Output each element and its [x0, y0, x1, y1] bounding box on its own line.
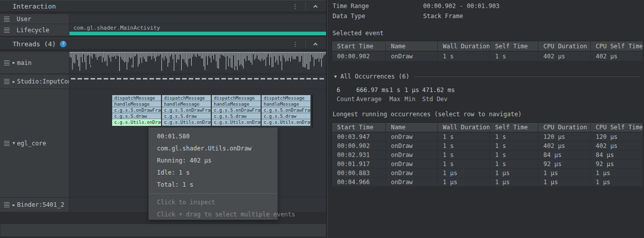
table-row[interactable]: 00:00.883onDraw1 µs1 µs1 µs1 µs	[332, 169, 643, 178]
collapse-chevron-icon[interactable]	[313, 5, 317, 9]
column-header[interactable]: Self Time	[490, 41, 538, 51]
drag-handle-icon[interactable]	[4, 79, 10, 84]
expand-arrow-icon[interactable]: ▶	[13, 203, 15, 207]
table-cell[interactable]: 00:00.902	[332, 141, 386, 150]
table-cell[interactable]: 84 µs	[538, 150, 591, 160]
kebab-menu-icon[interactable]: ⋮	[285, 40, 305, 48]
table-cell[interactable]: onDraw	[386, 160, 438, 169]
table-cell[interactable]: 1 µs	[438, 169, 490, 178]
table-cell[interactable]: 92 µs	[538, 160, 591, 169]
drag-handle-icon[interactable]	[4, 17, 10, 22]
flame-frame[interactable]: c.g.s.S.draw	[262, 113, 310, 119]
user-track-content[interactable]	[69, 14, 326, 24]
flame-frame[interactable]: c.g.s.S.onDrawFrame	[212, 107, 261, 113]
flame-frame-partial[interactable]	[311, 95, 313, 127]
flame-frame[interactable]: dispatchMessage	[262, 95, 310, 101]
table-cell[interactable]: onDraw	[386, 150, 438, 160]
collapse-chevron-icon[interactable]	[313, 42, 317, 46]
table-cell[interactable]: 1 s	[438, 150, 490, 160]
column-header[interactable]: Wall Duration	[438, 123, 490, 132]
table-row[interactable]: 00:01.917onDraw1 s1 s92 µs92 µs	[332, 160, 643, 169]
table-cell[interactable]: 1 s	[438, 51, 490, 61]
flame-frame[interactable]: handleMessage	[162, 101, 211, 107]
table-cell[interactable]: 1 s	[438, 132, 490, 141]
kebab-menu-icon[interactable]: ⋮	[285, 3, 305, 10]
table-cell[interactable]: 00:01.917	[332, 160, 386, 169]
table-cell[interactable]: 1 s	[490, 160, 538, 169]
collapse-arrow-icon[interactable]: ▼	[334, 74, 337, 79]
flame-frame[interactable]: handleMessage	[212, 101, 261, 107]
column-header[interactable]: CPU Self Time	[591, 41, 643, 51]
flame-frame[interactable]: c.g.s.S.onDrawFrame	[262, 107, 310, 113]
table-cell[interactable]: 1 µs	[538, 169, 591, 178]
help-icon[interactable]: ?	[60, 41, 66, 47]
flame-frame[interactable]: dispatchMessage	[212, 95, 261, 101]
expand-arrow-icon[interactable]: ▶	[13, 80, 15, 84]
flame-frame[interactable]: dispatchMessage	[162, 95, 211, 101]
column-header[interactable]: Name	[386, 123, 438, 132]
table-row[interactable]: 00:00.902onDraw1 s1 s402 µs402 µs	[332, 141, 643, 150]
table-cell[interactable]: 120 µs	[538, 132, 591, 141]
table-cell[interactable]: onDraw	[386, 132, 438, 141]
flame-frame-selected[interactable]: c.g.s.Utils.onDraw	[112, 119, 161, 126]
table-cell[interactable]: 1 s	[438, 141, 490, 150]
all-occurrences-header[interactable]: ▼ All Occurrences (6)	[334, 73, 640, 80]
table-row[interactable]: 00:03.947onDraw1 s1 s120 µs120 µs	[332, 132, 643, 141]
table-cell[interactable]: 1 s	[490, 51, 538, 61]
flame-frame[interactable]: c.g.s.S.onDrawFrame	[162, 107, 211, 113]
table-cell[interactable]: 00:00.902	[332, 51, 386, 61]
drag-handle-icon[interactable]	[4, 141, 10, 146]
collapse-arrow-icon[interactable]: ▼	[13, 141, 15, 145]
table-cell[interactable]: onDraw	[386, 141, 438, 150]
flame-frame[interactable]: c.g.s.S.onDrawFrame	[112, 107, 161, 113]
table-cell[interactable]: 1 µs	[438, 178, 490, 187]
table-cell[interactable]: onDraw	[386, 169, 438, 178]
column-header[interactable]: Start Time	[332, 41, 386, 51]
column-header[interactable]: CPU Self Time	[591, 123, 643, 132]
column-header[interactable]: CPU Duration	[538, 41, 591, 51]
table-cell[interactable]: 00:03.947	[332, 132, 386, 141]
table-cell[interactable]: 1 s	[490, 150, 538, 160]
flame-frame[interactable]: dispatchMessage	[112, 95, 161, 101]
column-header[interactable]: Name	[386, 41, 438, 51]
table-row[interactable]: 00:04.966onDraw1 µs1 µs1 µs1 µs	[332, 178, 643, 187]
table-cell[interactable]: 00:00.883	[332, 169, 386, 178]
table-cell[interactable]: onDraw	[386, 51, 438, 61]
table-cell[interactable]: 1 µs	[538, 178, 591, 187]
drag-handle-icon[interactable]	[4, 60, 10, 65]
expand-arrow-icon[interactable]: ▶	[13, 60, 15, 65]
table-cell[interactable]: 402 µs	[591, 141, 643, 150]
flame-frame[interactable]: c.g.s.S.draw	[212, 113, 261, 119]
table-row[interactable]: 00:02.931onDraw1 s1 s84 µs84 µs	[332, 150, 643, 160]
flame-frame[interactable]: c.g.s.S.draw	[112, 113, 161, 119]
table-cell[interactable]: 1 s	[438, 160, 490, 169]
column-header[interactable]: CPU Duration	[538, 123, 591, 132]
column-header[interactable]: Start Time	[332, 123, 386, 132]
table-cell[interactable]: onDraw	[386, 178, 438, 187]
table-cell[interactable]: 1 µs	[490, 169, 538, 178]
drag-handle-icon[interactable]	[4, 202, 10, 207]
flame-frame[interactable]: c.g.s.Utils.onDraw	[212, 119, 261, 126]
table-cell[interactable]: 402 µs	[538, 51, 591, 61]
lifecycle-track-content[interactable]: com.gl.shader.MainActivity	[69, 24, 326, 36]
table-cell[interactable]: 402 µs	[538, 141, 591, 150]
table-row[interactable]: 00:00.902onDraw1 s1 s402 µs402 µs	[332, 51, 643, 61]
flame-frame[interactable]: handleMessage	[262, 101, 310, 107]
table-cell[interactable]: 1 µs	[591, 178, 643, 187]
table-cell[interactable]: 00:04.966	[332, 178, 386, 187]
table-cell[interactable]: 402 µs	[591, 51, 643, 61]
table-cell[interactable]: 1 s	[490, 141, 538, 150]
table-cell[interactable]: 84 µs	[591, 150, 643, 160]
column-header[interactable]: Wall Duration	[438, 41, 490, 51]
table-cell[interactable]: 1 s	[490, 132, 538, 141]
table-cell[interactable]: 120 µs	[591, 132, 643, 141]
flame-frame[interactable]: c.g.s.S.draw	[162, 113, 211, 119]
drag-handle-icon[interactable]	[4, 28, 10, 33]
table-cell[interactable]: 1 µs	[591, 169, 643, 178]
table-cell[interactable]: 1 µs	[490, 178, 538, 187]
main-thread-content[interactable]	[69, 52, 326, 73]
table-cell[interactable]: 00:02.931	[332, 150, 386, 160]
flame-frame[interactable]: handleMessage	[112, 101, 161, 107]
table-cell[interactable]: 92 µs	[591, 160, 643, 169]
flame-frame[interactable]: c.g.s.Utils.onDraw	[262, 119, 310, 126]
